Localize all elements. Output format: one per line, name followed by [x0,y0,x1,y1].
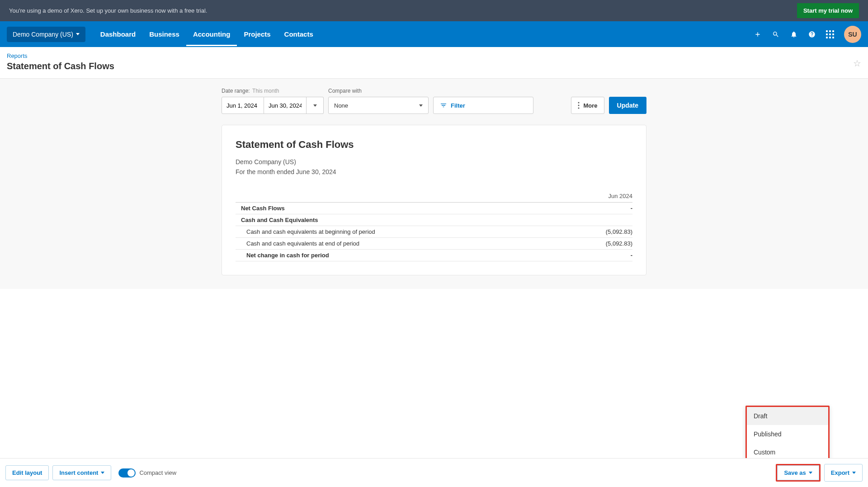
compare-group: Compare with None [328,88,429,114]
row-label: Cash and cash equivalents at beginning o… [236,226,569,237]
help-icon[interactable] [808,30,816,38]
row-value: - [569,202,632,214]
demo-text: You're using a demo of Xero. Set up your… [9,7,207,14]
row-label: Net change in cash for period [236,249,569,261]
update-button[interactable]: Update [609,97,646,114]
row-value: (5,092.83) [569,226,632,237]
date-to-input[interactable] [264,97,307,114]
row-label: Net Cash Flows [236,202,569,214]
chevron-down-icon [76,33,80,35]
table-row: Cash and cash equivalents at end of peri… [236,237,632,249]
report-period: For the month ended June 30, 2024 [236,167,632,177]
start-trial-button[interactable]: Start my trial now [797,3,859,18]
controls-bar: Date range: This month Compare with None… [0,79,868,125]
table-row: Cash and cash equivalents at beginning o… [236,226,632,237]
apps-icon[interactable] [826,30,834,38]
compare-select[interactable]: None [328,97,429,114]
report-table: Jun 2024 Net Cash Flows-Cash and Cash Eq… [236,190,632,261]
page-header: Reports Statement of Cash Flows ☆ [0,47,868,79]
plus-icon[interactable] [754,30,762,38]
nav-right: SU [754,26,861,43]
breadcrumb[interactable]: Reports [7,52,114,59]
nav-dashboard[interactable]: Dashboard [94,22,142,46]
report-title: Statement of Cash Flows [236,139,632,151]
row-value: - [569,249,632,261]
nav-business[interactable]: Business [142,22,186,46]
chevron-down-icon [419,104,423,107]
nav-accounting[interactable]: Accounting [186,22,237,46]
date-range-caret[interactable] [307,97,324,114]
nav-contacts[interactable]: Contacts [278,22,320,46]
nav-links: Dashboard Business Accounting Projects C… [94,22,320,46]
column-header: Jun 2024 [569,190,632,203]
table-row: Net change in cash for period- [236,249,632,261]
main-nav: Demo Company (US) Dashboard Business Acc… [0,21,868,47]
company-selector[interactable]: Demo Company (US) [7,27,85,42]
company-name: Demo Company (US) [13,31,73,38]
filter-button[interactable]: Filter [433,97,533,114]
report-wrap: Statement of Cash Flows Demo Company (US… [0,125,868,289]
search-icon[interactable] [772,30,780,38]
demo-banner: You're using a demo of Xero. Set up your… [0,0,868,21]
dots-vertical-icon [578,102,580,109]
star-icon[interactable]: ☆ [853,58,861,69]
table-row: Net Cash Flows- [236,202,632,214]
row-label: Cash and cash equivalents at end of peri… [236,237,569,249]
row-label: Cash and Cash Equivalents [236,214,569,226]
date-range-label: Date range: This month [222,88,324,94]
nav-projects[interactable]: Projects [237,22,277,46]
report-card: Statement of Cash Flows Demo Company (US… [222,125,646,275]
date-range-group: Date range: This month [222,88,324,114]
svg-point-2 [578,108,580,109]
row-value [569,214,632,226]
row-value: (5,092.83) [569,237,632,249]
report-company: Demo Company (US) [236,157,632,167]
date-from-input[interactable] [222,97,264,114]
svg-point-1 [578,105,580,106]
filter-group: Filter [433,88,533,114]
svg-point-0 [578,102,580,104]
bell-icon[interactable] [790,30,798,38]
filter-icon [440,102,447,109]
compare-label: Compare with [328,88,429,94]
more-button[interactable]: More [571,97,604,114]
avatar[interactable]: SU [844,26,861,43]
page-title: Statement of Cash Flows [7,61,114,71]
table-row: Cash and Cash Equivalents [236,214,632,226]
